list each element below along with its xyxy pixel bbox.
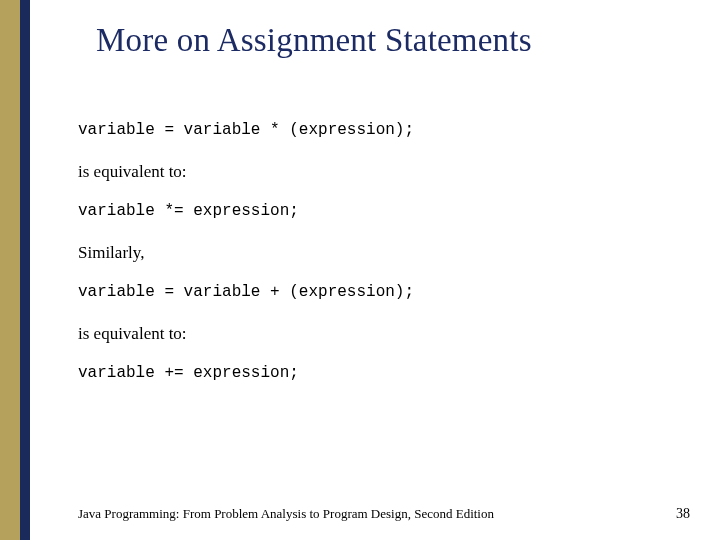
code-line: variable *= expression;	[78, 201, 658, 222]
slide-content: variable = variable * (expression); is e…	[78, 120, 658, 403]
slide-footer: Java Programming: From Problem Analysis …	[78, 506, 494, 522]
page-number: 38	[676, 506, 690, 522]
body-line: Similarly,	[78, 242, 658, 264]
code-line: variable += expression;	[78, 363, 658, 384]
body-line: is equivalent to:	[78, 323, 658, 345]
stripe-gold	[0, 0, 20, 540]
code-line: variable = variable + (expression);	[78, 282, 658, 303]
left-accent-stripe	[0, 0, 32, 540]
slide-title: More on Assignment Statements	[96, 22, 532, 59]
body-line: is equivalent to:	[78, 161, 658, 183]
stripe-navy	[20, 0, 30, 540]
code-line: variable = variable * (expression);	[78, 120, 658, 141]
